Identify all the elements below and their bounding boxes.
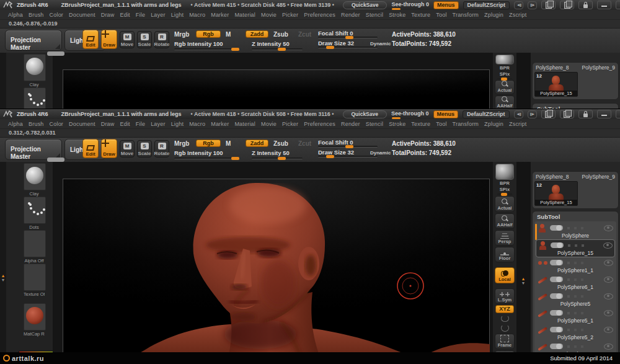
stroke-selector[interactable]: Dots <box>24 87 45 109</box>
material-selector[interactable]: MatCap Red Wax <box>24 303 45 337</box>
rgb-toggle[interactable]: Rgb <box>196 140 221 147</box>
zcut-toggle[interactable]: Zcut <box>298 31 311 38</box>
menu-item[interactable]: Tool <box>436 121 446 127</box>
eye-icon[interactable] <box>604 225 613 231</box>
lock-icon[interactable] <box>578 1 593 9</box>
menu-item[interactable]: Brush <box>29 12 44 18</box>
draw-button[interactable]: Draw <box>101 139 117 158</box>
tray-divider-handle[interactable] <box>47 51 64 56</box>
subtool-item[interactable]: PolySphere6_1 <box>536 274 615 291</box>
menu-item[interactable]: Macro <box>189 121 205 127</box>
eye-icon[interactable] <box>604 293 613 300</box>
projection-master-button[interactable]: ProjectionMaster <box>5 139 62 160</box>
menu-item[interactable]: Texture <box>411 12 430 18</box>
menu-item[interactable]: Zplugin <box>484 12 503 18</box>
document-canvas[interactable] <box>53 53 493 109</box>
restore-button[interactable] <box>616 1 620 9</box>
lock-icon[interactable] <box>578 110 593 118</box>
menu-item[interactable]: Stroke <box>389 12 405 18</box>
menu-item[interactable]: Preferences <box>304 121 335 127</box>
stroke-thumbnail[interactable] <box>24 197 46 224</box>
subtool-item[interactable]: PolySphere5_2 <box>536 324 615 341</box>
eye-icon[interactable] <box>604 344 613 350</box>
rgb-intensity-slider[interactable]: Rgb Intensity 100 <box>174 149 223 156</box>
brush-selector[interactable]: Clay <box>24 163 45 197</box>
restore-button[interactable] <box>616 110 620 118</box>
menu-item[interactable]: Stroke <box>389 121 405 127</box>
rgb-toggle[interactable]: Rgb <box>196 30 221 38</box>
current-tool-thumbnail[interactable]: 12 PolySphere_15 <box>534 72 578 97</box>
rotate-button[interactable]: RRotate <box>154 31 169 48</box>
menu-item[interactable]: Color <box>50 121 64 127</box>
texture-thumbnail[interactable] <box>24 264 46 291</box>
visibility-toggle[interactable] <box>551 242 564 248</box>
draw-size-slider[interactable]: Draw Size 32 <box>318 149 354 156</box>
m-toggle[interactable]: M <box>226 31 231 38</box>
menu-item[interactable]: Preferences <box>304 12 335 18</box>
m-toggle[interactable]: M <box>226 140 231 147</box>
see-through-slider[interactable]: See-through 0 <box>391 110 429 118</box>
floor-button[interactable]: Floor <box>495 247 515 262</box>
subtool-item[interactable]: PolySphere1_1 <box>536 257 615 274</box>
rgb-intensity-track[interactable] <box>174 158 240 159</box>
rotate-ring-icon[interactable] <box>501 315 509 322</box>
menu-item[interactable]: Stencil <box>366 121 383 127</box>
draw-size-slider[interactable]: Draw Size 32 <box>318 40 354 47</box>
menu-item[interactable]: Macro <box>189 12 205 18</box>
defaultzscript-button[interactable]: DefaultZScript <box>463 1 510 9</box>
focal-shift-track[interactable] <box>318 146 378 148</box>
menu-item[interactable]: Render <box>341 12 360 18</box>
menu-item[interactable]: Stencil <box>366 12 383 18</box>
copy-document-icon[interactable] <box>541 1 556 9</box>
tool-slot-b[interactable]: PolySphere_9 <box>582 64 615 71</box>
spix-track[interactable] <box>497 193 512 195</box>
dynamic-toggle[interactable]: Dynamic <box>370 150 391 156</box>
copy-document-icon[interactable] <box>541 110 556 118</box>
alpha-thumbnail[interactable] <box>24 230 46 257</box>
dynamic-toggle[interactable]: Dynamic <box>370 41 391 47</box>
stroke-selector[interactable]: Dots <box>24 197 45 230</box>
draw-size-track[interactable] <box>318 47 378 48</box>
minimize-button[interactable] <box>597 110 611 118</box>
scale-button[interactable]: SScale <box>137 31 152 48</box>
right-tray-edge[interactable]: ▲▼ <box>516 162 531 364</box>
mrgb-toggle[interactable]: Mrgb <box>174 31 189 38</box>
scroll-left-icon[interactable]: ◄|||| <box>514 1 523 9</box>
tray-toggle-arrows[interactable]: ▲▼ <box>521 277 526 285</box>
menus-button[interactable]: Menus <box>433 110 459 118</box>
document-area[interactable] <box>63 179 490 364</box>
menu-item[interactable]: Document <box>69 12 95 18</box>
visibility-toggle[interactable] <box>550 260 563 265</box>
edit-button[interactable]: Edit <box>82 30 99 49</box>
focal-shift-track[interactable] <box>318 37 378 38</box>
spix-track[interactable] <box>497 78 512 79</box>
visibility-toggle[interactable] <box>550 277 563 282</box>
rotate-button[interactable]: RRotate <box>154 140 169 158</box>
tray-divider-handle[interactable] <box>47 158 64 162</box>
visibility-toggle[interactable] <box>550 293 563 299</box>
persp-button[interactable]: Persp <box>495 230 515 246</box>
z-intensity-slider[interactable]: Z Intensity 50 <box>252 149 290 156</box>
menu-item[interactable]: Document <box>69 121 95 127</box>
eye-icon[interactable] <box>604 327 613 333</box>
eye-icon[interactable] <box>604 277 613 283</box>
scroll-left-icon[interactable]: ◄|||| <box>514 110 523 118</box>
menu-item[interactable]: Movie <box>261 12 277 18</box>
menu-item[interactable]: Draw <box>101 121 115 127</box>
brush-thumbnail[interactable] <box>24 163 46 190</box>
zsub-toggle[interactable]: Zsub <box>273 31 288 38</box>
tray-toggle-arrows[interactable]: ▲▼ <box>1 273 6 282</box>
menus-button[interactable]: Menus <box>433 1 459 9</box>
menu-item[interactable]: Layer <box>151 12 166 18</box>
tool-slot-b[interactable]: PolySphere_9 <box>582 174 615 180</box>
menu-item[interactable]: Material <box>234 121 255 127</box>
menu-item[interactable]: Render <box>341 121 360 127</box>
paste-document-icon[interactable] <box>560 110 574 118</box>
menu-item[interactable]: Light <box>171 121 184 127</box>
quicksave-button[interactable]: QuickSave <box>343 110 387 118</box>
menu-item[interactable]: Transform <box>453 121 479 127</box>
zadd-toggle[interactable]: Zadd <box>246 30 268 38</box>
menu-item[interactable]: Alpha <box>8 121 23 127</box>
see-through-slider[interactable]: See-through 0 <box>391 1 429 9</box>
texture-selector[interactable]: Texture Off <box>24 264 45 297</box>
